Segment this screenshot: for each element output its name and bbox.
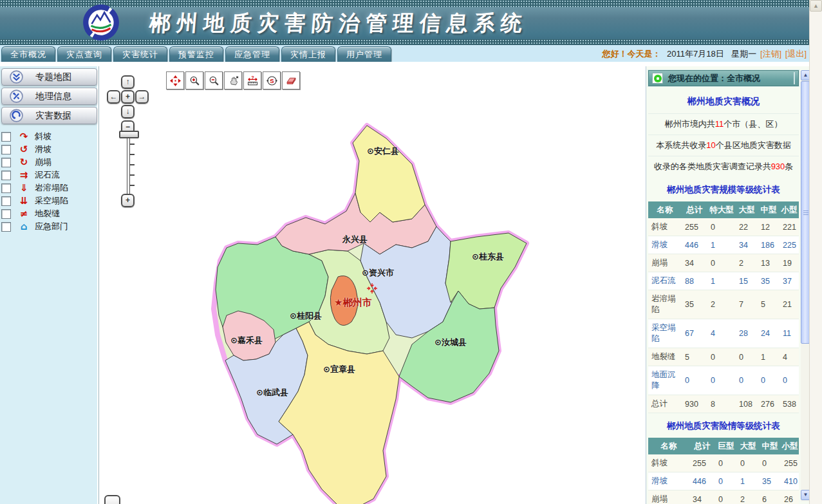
nav-tab[interactable]: 灾情上报 [281, 46, 335, 62]
district-label[interactable]: ⊙临武县 [256, 387, 288, 398]
page-title: 郴州地质灾害防治管理信息系统 [148, 9, 529, 38]
table-cell: 34 [689, 490, 715, 504]
column-header: 中型 [758, 201, 780, 218]
table-cell: 21 [780, 290, 799, 319]
pan-tool-button[interactable] [166, 71, 184, 89]
layer-row: ⇉ 泥石流 [0, 169, 98, 182]
measure-tool-button[interactable]: ? [243, 71, 261, 89]
page-scrollbar[interactable]: ▲ [809, 0, 822, 504]
table-cell: 0 [759, 454, 781, 472]
table-cell: 186 [758, 236, 780, 254]
table-row: 斜坡25502212221 [648, 218, 799, 236]
logout-link[interactable]: [注销] [760, 49, 781, 59]
district-label[interactable]: ⊙资兴市 [362, 267, 394, 279]
pan-down-button[interactable]: ↓ [121, 105, 135, 118]
risk-table-title: 郴州地质灾害险情等级统计表 [648, 413, 799, 438]
table-row: 地面沉降00000 [648, 366, 799, 395]
page-scroll-up-arrow-icon[interactable]: ▲ [810, 0, 822, 12]
table-cell: 0 [737, 454, 759, 472]
table-row: 崩塌3402626 [648, 490, 799, 504]
table-cell: 34 [682, 254, 707, 272]
map-viewport[interactable]: ⊙安仁县 永兴县 ⊙资兴市 ⊙桂东县 ★郴州市 ⊙桂阳县 ⊙嘉禾县 [101, 66, 646, 504]
sidebar-section-thematic-maps[interactable]: 专题地图 [1, 68, 97, 86]
eraser-icon [286, 75, 297, 86]
nav-tab[interactable]: 应急管理 [225, 46, 279, 62]
sidebar-section-geo-info[interactable]: 地理信息 [1, 88, 97, 105]
layer-label: 泥石流 [35, 169, 60, 181]
info-panel: 您现在的位置：全市概况 郴州地质灾害概况 郴州市境内共11个市（县、区） 本系统… [646, 66, 810, 504]
district-name: 宜章县 [330, 364, 355, 374]
map-corner-button[interactable] [104, 495, 120, 504]
location-text: 您现在的位置：全市概况 [668, 73, 760, 84]
table-cell: 255 [682, 218, 707, 236]
column-header: 大型 [736, 201, 758, 218]
column-header: 小型 [781, 438, 799, 454]
table-row: 滑坡4460135410 [648, 472, 799, 490]
nav-tab[interactable]: 灾害统计 [113, 46, 167, 62]
zoom-slider-handle[interactable] [119, 131, 139, 138]
district-name: 郴州市 [342, 297, 371, 308]
district-label[interactable]: ⊙汝城县 [434, 337, 467, 348]
layer-row: ⌂ 应急部门 [0, 220, 98, 233]
pan-up-button[interactable]: ↑ [121, 75, 135, 89]
table-cell: 35 [758, 272, 780, 290]
pan-left-button[interactable]: ← [107, 90, 120, 104]
nav-tab[interactable]: 预警监控 [169, 46, 223, 62]
district-label[interactable]: ⊙桂阳县 [290, 310, 322, 322]
highlight-number: 930 [771, 162, 785, 171]
table-cell: 滑坡 [648, 236, 682, 254]
layer-label: 滑坡 [35, 144, 51, 155]
table-cell: 1 [758, 348, 780, 366]
sidebar-section-disaster-data[interactable]: 灾害数据 [1, 107, 97, 124]
layer-checkbox[interactable] [1, 145, 11, 154]
table-cell: 0 [736, 366, 758, 395]
layer-checkbox[interactable] [1, 183, 11, 193]
district-label[interactable]: ⊙安仁县 [367, 145, 399, 157]
breadcrumb: 您现在的位置：全市概况 [648, 70, 799, 86]
layer-checkbox[interactable] [1, 209, 11, 219]
nav-tab[interactable]: 全市概况 [1, 46, 55, 62]
zoom-out-tool-button[interactable] [205, 71, 223, 89]
table-row: 采空塌陷674282411 [648, 319, 799, 348]
overview-line: 郴州市境内共11个市（县、区） [648, 113, 799, 135]
scale-tool-button[interactable]: S [263, 71, 281, 89]
eraser-tool-button[interactable] [282, 71, 300, 89]
pan-hand-tool-button[interactable] [224, 71, 242, 89]
district-label[interactable]: ⊙宜章县 [323, 364, 355, 375]
layer-row: ↺ 滑坡 [0, 143, 98, 156]
layer-symbol-icon: ≠ [18, 208, 30, 219]
layer-checkbox[interactable] [1, 132, 11, 142]
district-label[interactable]: 永兴县 [342, 234, 368, 245]
table-cell: 5 [758, 290, 780, 319]
layer-label: 岩溶塌陷 [35, 182, 68, 194]
layer-row: ↻ 崩塌 [0, 156, 98, 169]
layer-row: ⇊ 采空塌陷 [0, 194, 98, 207]
layer-checkbox[interactable] [1, 196, 11, 206]
district-label[interactable]: ★郴州市 [334, 297, 371, 309]
layer-checkbox[interactable] [1, 171, 11, 180]
zoom-in-tool-button[interactable] [185, 71, 203, 89]
table-cell: 滑坡 [648, 472, 689, 490]
table-cell: 26 [781, 490, 799, 504]
exit-link[interactable]: [退出] [785, 49, 807, 59]
county-seat-marker-icon: ★ [334, 297, 342, 308]
layer-checkbox[interactable] [1, 222, 11, 232]
svg-text:?: ? [251, 75, 254, 80]
layer-symbol-icon: ⇊ [18, 195, 30, 207]
table-cell: 35 [682, 290, 707, 319]
district-label[interactable]: ⊙嘉禾县 [230, 335, 263, 346]
pan-center-button[interactable]: + [121, 90, 135, 104]
county-seat-marker-icon: ⊙ [323, 364, 330, 374]
district-label[interactable]: ⊙桂东县 [472, 251, 504, 263]
zoom-in-button[interactable]: + [121, 194, 135, 207]
layer-checkbox[interactable] [1, 158, 11, 167]
column-header: 总计 [689, 438, 715, 454]
table-cell: 0 [707, 348, 736, 366]
pan-right-button[interactable]: → [135, 90, 149, 104]
nav-tab[interactable]: 用户管理 [337, 46, 391, 62]
hand-icon [228, 75, 239, 86]
zoom-tick [129, 154, 135, 155]
county-seat-marker-icon: ⊙ [362, 268, 369, 277]
table-cell: 446 [689, 472, 715, 490]
nav-tab[interactable]: 灾点查询 [57, 46, 111, 62]
